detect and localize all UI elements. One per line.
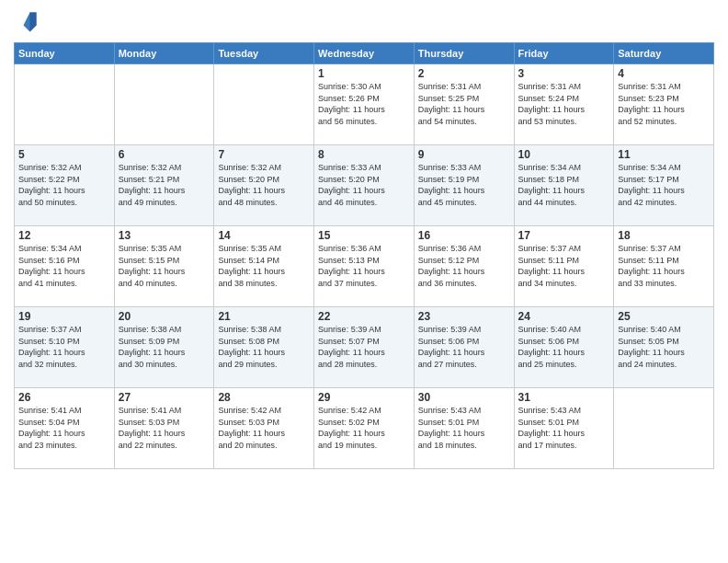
day-info: Sunrise: 5:39 AM Sunset: 5:06 PM Dayligh… [418,324,510,370]
calendar-cell: 13Sunrise: 5:35 AM Sunset: 5:15 PM Dayli… [114,226,214,307]
calendar-cell: 10Sunrise: 5:34 AM Sunset: 5:18 PM Dayli… [514,145,614,226]
day-number: 4 [618,67,710,80]
day-number: 30 [418,391,510,404]
day-number: 8 [318,148,410,161]
calendar-cell: 1Sunrise: 5:30 AM Sunset: 5:26 PM Daylig… [314,64,415,145]
weekday-header-wednesday: Wednesday [314,43,415,64]
day-info: Sunrise: 5:38 AM Sunset: 5:09 PM Dayligh… [119,324,210,370]
calendar-cell: 23Sunrise: 5:39 AM Sunset: 5:06 PM Dayli… [414,307,514,388]
calendar: SundayMondayTuesdayWednesdayThursdayFrid… [14,42,714,469]
week-row-4: 19Sunrise: 5:37 AM Sunset: 5:10 PM Dayli… [15,307,714,388]
day-number: 16 [418,229,510,242]
day-number: 13 [119,229,210,242]
day-info: Sunrise: 5:40 AM Sunset: 5:05 PM Dayligh… [618,324,710,370]
calendar-cell: 4Sunrise: 5:31 AM Sunset: 5:23 PM Daylig… [614,64,714,145]
day-info: Sunrise: 5:35 AM Sunset: 5:14 PM Dayligh… [218,243,310,289]
day-info: Sunrise: 5:32 AM Sunset: 5:22 PM Dayligh… [18,162,110,208]
calendar-cell: 3Sunrise: 5:31 AM Sunset: 5:24 PM Daylig… [514,64,614,145]
calendar-cell: 2Sunrise: 5:31 AM Sunset: 5:25 PM Daylig… [414,64,514,145]
calendar-cell: 21Sunrise: 5:38 AM Sunset: 5:08 PM Dayli… [214,307,314,388]
calendar-cell: 12Sunrise: 5:34 AM Sunset: 5:16 PM Dayli… [15,226,115,307]
day-info: Sunrise: 5:43 AM Sunset: 5:01 PM Dayligh… [418,405,510,451]
day-number: 5 [18,148,110,161]
day-info: Sunrise: 5:41 AM Sunset: 5:04 PM Dayligh… [18,405,110,451]
day-number: 31 [518,391,610,404]
day-info: Sunrise: 5:31 AM Sunset: 5:24 PM Dayligh… [518,81,610,127]
day-number: 3 [518,67,610,80]
day-info: Sunrise: 5:31 AM Sunset: 5:23 PM Dayligh… [618,81,710,127]
day-number: 1 [318,67,410,80]
week-row-3: 12Sunrise: 5:34 AM Sunset: 5:16 PM Dayli… [15,226,714,307]
calendar-cell: 27Sunrise: 5:41 AM Sunset: 5:03 PM Dayli… [114,388,214,469]
calendar-cell: 28Sunrise: 5:42 AM Sunset: 5:03 PM Dayli… [214,388,314,469]
day-info: Sunrise: 5:39 AM Sunset: 5:07 PM Dayligh… [318,324,410,370]
day-info: Sunrise: 5:31 AM Sunset: 5:25 PM Dayligh… [418,81,510,127]
week-row-5: 26Sunrise: 5:41 AM Sunset: 5:04 PM Dayli… [15,388,714,469]
day-info: Sunrise: 5:38 AM Sunset: 5:08 PM Dayligh… [218,324,310,370]
calendar-cell: 9Sunrise: 5:33 AM Sunset: 5:19 PM Daylig… [414,145,514,226]
calendar-cell: 11Sunrise: 5:34 AM Sunset: 5:17 PM Dayli… [614,145,714,226]
day-number: 12 [18,229,110,242]
calendar-cell: 8Sunrise: 5:33 AM Sunset: 5:20 PM Daylig… [314,145,415,226]
day-number: 14 [218,229,310,242]
day-info: Sunrise: 5:37 AM Sunset: 5:11 PM Dayligh… [618,243,710,289]
day-number: 28 [218,391,310,404]
weekday-header-thursday: Thursday [414,43,514,64]
weekday-header-tuesday: Tuesday [214,43,314,64]
calendar-cell: 15Sunrise: 5:36 AM Sunset: 5:13 PM Dayli… [314,226,415,307]
day-info: Sunrise: 5:36 AM Sunset: 5:13 PM Dayligh… [318,243,410,289]
day-number: 17 [518,229,610,242]
day-info: Sunrise: 5:37 AM Sunset: 5:11 PM Dayligh… [518,243,610,289]
calendar-cell: 26Sunrise: 5:41 AM Sunset: 5:04 PM Dayli… [15,388,115,469]
week-row-2: 5Sunrise: 5:32 AM Sunset: 5:22 PM Daylig… [15,145,714,226]
calendar-cell: 5Sunrise: 5:32 AM Sunset: 5:22 PM Daylig… [15,145,115,226]
week-row-1: 1Sunrise: 5:30 AM Sunset: 5:26 PM Daylig… [15,64,714,145]
day-info: Sunrise: 5:33 AM Sunset: 5:19 PM Dayligh… [418,162,510,208]
calendar-cell: 24Sunrise: 5:40 AM Sunset: 5:06 PM Dayli… [514,307,614,388]
day-number: 22 [318,310,410,323]
calendar-cell: 30Sunrise: 5:43 AM Sunset: 5:01 PM Dayli… [414,388,514,469]
calendar-cell [114,64,214,145]
day-info: Sunrise: 5:41 AM Sunset: 5:03 PM Dayligh… [119,405,210,451]
calendar-cell [214,64,314,145]
weekday-header-friday: Friday [514,43,614,64]
day-info: Sunrise: 5:36 AM Sunset: 5:12 PM Dayligh… [418,243,510,289]
day-number: 26 [18,391,110,404]
logo-icon [14,9,40,35]
day-number: 9 [418,148,510,161]
day-info: Sunrise: 5:33 AM Sunset: 5:20 PM Dayligh… [318,162,410,208]
svg-marker-1 [30,13,37,32]
day-number: 19 [18,310,110,323]
day-info: Sunrise: 5:30 AM Sunset: 5:26 PM Dayligh… [318,81,410,127]
weekday-header-sunday: Sunday [15,43,115,64]
calendar-cell: 29Sunrise: 5:42 AM Sunset: 5:02 PM Dayli… [314,388,415,469]
day-number: 18 [618,229,710,242]
weekday-header-saturday: Saturday [614,43,714,64]
day-number: 24 [518,310,610,323]
day-info: Sunrise: 5:32 AM Sunset: 5:21 PM Dayligh… [119,162,210,208]
calendar-cell: 17Sunrise: 5:37 AM Sunset: 5:11 PM Dayli… [514,226,614,307]
calendar-cell: 31Sunrise: 5:43 AM Sunset: 5:01 PM Dayli… [514,388,614,469]
page: SundayMondayTuesdayWednesdayThursdayFrid… [0,0,728,563]
day-info: Sunrise: 5:43 AM Sunset: 5:01 PM Dayligh… [518,405,610,451]
day-number: 6 [119,148,210,161]
day-number: 21 [218,310,310,323]
calendar-cell: 20Sunrise: 5:38 AM Sunset: 5:09 PM Dayli… [114,307,214,388]
day-info: Sunrise: 5:35 AM Sunset: 5:15 PM Dayligh… [119,243,210,289]
calendar-cell: 16Sunrise: 5:36 AM Sunset: 5:12 PM Dayli… [414,226,514,307]
day-number: 23 [418,310,510,323]
calendar-cell: 22Sunrise: 5:39 AM Sunset: 5:07 PM Dayli… [314,307,415,388]
day-number: 11 [618,148,710,161]
day-number: 20 [119,310,210,323]
calendar-cell: 14Sunrise: 5:35 AM Sunset: 5:14 PM Dayli… [214,226,314,307]
calendar-cell: 19Sunrise: 5:37 AM Sunset: 5:10 PM Dayli… [15,307,115,388]
day-number: 7 [218,148,310,161]
day-number: 2 [418,67,510,80]
calendar-cell: 25Sunrise: 5:40 AM Sunset: 5:05 PM Dayli… [614,307,714,388]
calendar-cell [614,388,714,469]
day-number: 10 [518,148,610,161]
day-number: 29 [318,391,410,404]
day-info: Sunrise: 5:34 AM Sunset: 5:17 PM Dayligh… [618,162,710,208]
day-info: Sunrise: 5:32 AM Sunset: 5:20 PM Dayligh… [218,162,310,208]
calendar-cell: 7Sunrise: 5:32 AM Sunset: 5:20 PM Daylig… [214,145,314,226]
